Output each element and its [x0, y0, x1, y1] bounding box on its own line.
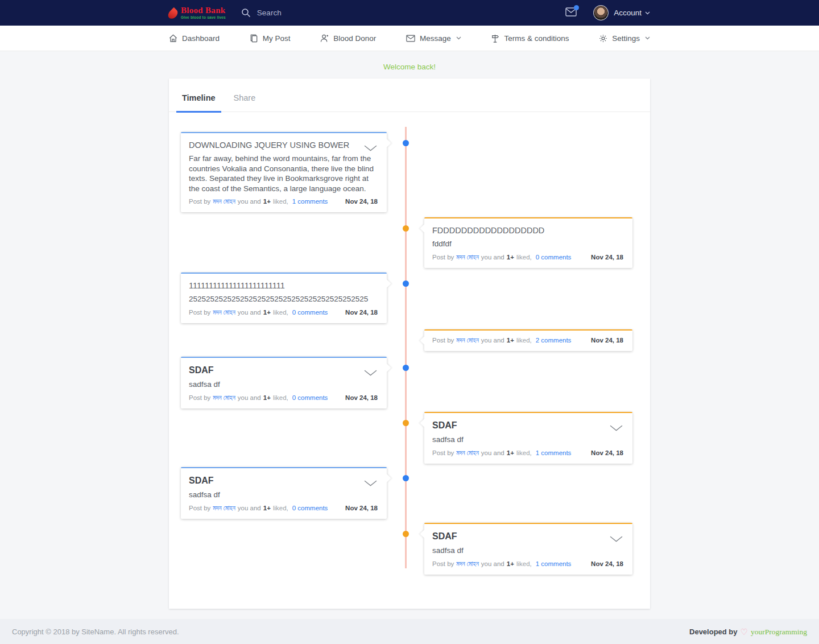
account-menu[interactable]: Account: [614, 9, 650, 17]
nav-item-message[interactable]: Message: [406, 34, 461, 43]
chevron-down-icon: [645, 36, 650, 40]
chevron-down-icon[interactable]: [364, 368, 377, 378]
post-date: Nov 24, 18: [345, 505, 378, 511]
post-card: 111111111111111111111111 252525252525252…: [181, 273, 387, 323]
timeline-dot: [403, 420, 409, 426]
you-and-label: you and: [481, 449, 504, 456]
author-link[interactable]: মদন মোহন: [213, 309, 235, 316]
nav-item-dashboard[interactable]: Dashboard: [169, 34, 220, 43]
author-link[interactable]: মদন মোহন: [213, 394, 235, 402]
post-body: sadfsa df: [189, 379, 378, 390]
liked-count: 1+: [263, 309, 271, 316]
search-input[interactable]: [257, 9, 382, 17]
liked-count: 1+: [507, 560, 514, 567]
post-card: FDDDDDDDDDDDDDDDDDD fddfdf Post by মদন ম…: [424, 217, 632, 268]
blood-drop-icon: [166, 7, 179, 20]
chevron-down-icon: [456, 36, 461, 40]
post-by-label: Post by: [189, 309, 210, 316]
heart-icon: ♡: [741, 628, 748, 636]
author-link[interactable]: মদন মোহন: [456, 560, 478, 568]
post-meta: Post by মদন মোহন you and 1+ liked, 1 com…: [432, 449, 623, 457]
post-meta: Post by মদন মোহন you and 1+ liked, 2 com…: [432, 337, 623, 344]
post-card: SDAF sadfsa df Post by মদন মোহন you and …: [424, 412, 632, 464]
top-header: Blood Bank Give blood to save lives Acco…: [0, 0, 819, 26]
file-icon: [250, 34, 258, 43]
post-meta: Post by মদন মোহন you and 1+ liked, 1 com…: [189, 198, 378, 205]
post-card: Post by মদন মোহন you and 1+ liked, 2 com…: [424, 329, 632, 351]
you-and-label: you and: [481, 337, 504, 344]
nav-item-terms-conditions[interactable]: Terms & conditions: [491, 34, 569, 43]
developer-link[interactable]: yourProgramming: [751, 628, 807, 637]
author-link[interactable]: মদন মোহন: [456, 449, 478, 457]
main-nav: Dashboard My Post Blood Donor Message Te…: [0, 26, 819, 51]
liked-count: 1+: [507, 254, 514, 261]
liked-label: liked,: [516, 560, 532, 567]
brand-logo[interactable]: Blood Bank Give blood to save lives: [169, 6, 226, 20]
notification-badge: [574, 5, 579, 10]
timeline-dot: [403, 365, 409, 371]
post-by-label: Post by: [189, 394, 210, 401]
search-box: [241, 8, 382, 18]
post-by-label: Post by: [189, 198, 210, 205]
nav-item-my-post[interactable]: My Post: [250, 34, 291, 43]
nav-item-label: Settings: [612, 34, 640, 43]
nav-item-blood-donor[interactable]: Blood Donor: [320, 34, 376, 43]
mail-icon[interactable]: [565, 7, 577, 19]
timeline: DOWNLOADING JQUERY USING BOWER Far far a…: [169, 114, 650, 609]
comments-link[interactable]: 0 comments: [292, 309, 328, 316]
liked-label: liked,: [516, 337, 532, 344]
person-icon: [320, 34, 329, 43]
chevron-down-icon[interactable]: [364, 143, 377, 154]
envelope-icon: [406, 35, 415, 42]
liked-count: 1+: [507, 337, 514, 344]
nav-item-label: Terms & conditions: [504, 34, 569, 43]
comments-link[interactable]: 2 comments: [536, 337, 572, 344]
tab-share[interactable]: Share: [228, 79, 262, 112]
post-card: DOWNLOADING JQUERY USING BOWER Far far a…: [181, 132, 387, 212]
post-by-label: Post by: [432, 337, 454, 344]
avatar[interactable]: [593, 5, 609, 20]
post-title: SDAF: [189, 476, 378, 486]
you-and-label: you and: [481, 254, 504, 261]
you-and-label: you and: [238, 309, 261, 316]
chevron-down-icon[interactable]: [610, 423, 623, 434]
liked-count: 1+: [263, 394, 271, 401]
comments-link[interactable]: 1 comments: [536, 449, 572, 456]
comments-link[interactable]: 1 comments: [536, 560, 572, 567]
author-link[interactable]: মদন মোহন: [213, 198, 235, 205]
post-date: Nov 24, 18: [591, 337, 623, 344]
comments-link[interactable]: 0 comments: [536, 254, 572, 261]
post-meta: Post by মদন মোহন you and 1+ liked, 0 com…: [432, 254, 623, 261]
home-icon: [169, 34, 177, 43]
you-and-label: you and: [238, 505, 261, 511]
nav-item-settings[interactable]: Settings: [599, 34, 650, 43]
brand-name: Blood Bank: [181, 6, 226, 15]
author-link[interactable]: মদন মোহন: [456, 337, 478, 344]
post-title: 111111111111111111111111: [189, 281, 378, 290]
liked-label: liked,: [273, 198, 288, 205]
liked-label: liked,: [273, 394, 288, 401]
chevron-down-icon: [645, 11, 650, 15]
comments-link[interactable]: 1 comments: [292, 198, 328, 205]
you-and-label: you and: [481, 560, 504, 567]
post-title: SDAF: [432, 420, 623, 431]
comments-link[interactable]: 0 comments: [292, 394, 328, 401]
nav-item-label: Dashboard: [182, 34, 220, 43]
post-card: SDAF sadfsa df Post by মদন মোহন you and …: [424, 523, 632, 575]
post-card: SDAF sadfsa df Post by মদন মোহন you and …: [181, 357, 387, 408]
liked-count: 1+: [263, 505, 271, 511]
post-body: sadfsa df: [432, 435, 623, 445]
author-link[interactable]: মদন মোহন: [213, 505, 235, 512]
developed-by-label: Developed by: [689, 628, 738, 636]
liked-count: 1+: [263, 198, 271, 205]
timeline-line: [405, 127, 407, 568]
author-link[interactable]: মদন মোহন: [456, 254, 478, 261]
post-date: Nov 24, 18: [591, 449, 623, 456]
tab-timeline[interactable]: Timeline: [176, 79, 221, 112]
chevron-down-icon[interactable]: [364, 478, 377, 489]
you-and-label: you and: [238, 394, 261, 401]
chevron-down-icon[interactable]: [610, 534, 623, 544]
post-by-label: Post by: [432, 560, 454, 567]
liked-label: liked,: [273, 309, 288, 316]
comments-link[interactable]: 0 comments: [292, 505, 328, 511]
